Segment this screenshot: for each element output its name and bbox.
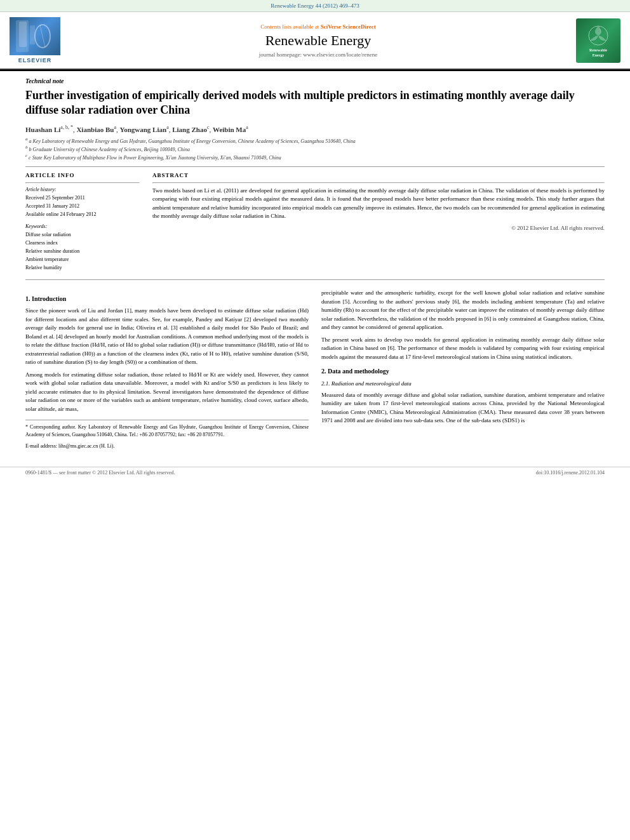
copyright-notice: © 2012 Elsevier Ltd. All rights reserved…	[152, 225, 605, 231]
doi-info: doi:10.1016/j.renene.2012.01.104	[536, 470, 605, 476]
svg-rect-1	[30, 25, 35, 44]
sciverse-text[interactable]: SciVerse ScienceDirect	[321, 23, 376, 30]
section2-paragraph: Measured data of monthly average diffuse…	[321, 391, 605, 425]
abstract-text: Two models based on Li et al. (2011) are…	[152, 187, 605, 221]
online-date: Available online 24 February 2012	[25, 211, 140, 219]
main-content: 1. Introduction Since the pioneer work o…	[25, 289, 605, 454]
intro-paragraph-1: Since the pioneer work of Liu and Jordan…	[25, 307, 309, 367]
sciverse-link[interactable]: Contents lists available at SciVerse Sci…	[70, 23, 566, 30]
right-column: precipitable water and the atmospheric t…	[321, 289, 605, 454]
abstract-panel: ABSTRACT Two models based on Li et al. (…	[152, 172, 605, 272]
journal-info-center: Contents lists available at SciVerse Sci…	[70, 17, 566, 63]
re-logo-text: RenewableEnergy	[589, 48, 607, 58]
keyword-2: Clearness index	[25, 239, 140, 248]
intro-paragraph-2: Among models for estimating diffuse sola…	[25, 371, 309, 414]
section2-heading: 2. Data and methodology	[321, 366, 605, 376]
affiliation-c: c c State Key Laboratory of Multiphase F…	[25, 153, 605, 161]
intro-paragraph-right-1: precipitable water and the atmospheric t…	[321, 289, 605, 332]
affiliations: a a Key Laboratory of Renewable Energy a…	[25, 137, 605, 161]
received-date: Received 25 September 2011	[25, 194, 140, 203]
journal-citation: Renewable Energy 44 (2012) 469–473	[0, 0, 630, 12]
elsevier-brand-text: ELSEVIER	[18, 57, 52, 63]
article-type: Technical note	[25, 77, 605, 84]
section2-subheading: 2.1. Radiation and meteorological data	[321, 380, 605, 389]
issn-info: 0960-1481/$ — see front matter © 2012 El…	[25, 470, 175, 476]
svg-line-3	[40, 25, 45, 48]
author-list: Huashan Lia, b, *, Xianbiao Bua, Yongwan…	[25, 124, 605, 133]
intro-paragraph-right-2: The present work aims to develop two mod…	[321, 336, 605, 362]
affiliation-a: a a Key Laboratory of Renewable Energy a…	[25, 137, 605, 145]
article-dates: Received 25 September 2011 Accepted 31 J…	[25, 194, 140, 218]
article-info-abstract: ARTICLE INFO Article history: Received 2…	[25, 172, 605, 272]
article-title: Further investigation of empirically der…	[25, 88, 605, 118]
svg-rect-0	[19, 22, 27, 47]
article-body: Technical note Further investigation of …	[0, 71, 630, 460]
article-info-panel: ARTICLE INFO Article history: Received 2…	[25, 172, 140, 272]
section1-heading: 1. Introduction	[25, 294, 309, 303]
keywords-label: Keywords:	[25, 223, 140, 229]
article-info-heading: ARTICLE INFO	[25, 172, 140, 178]
journal-header: ELSEVIER Contents lists available at Sci…	[0, 12, 630, 70]
article-history-label: Article history:	[25, 187, 140, 192]
accepted-date: Accepted 31 January 2012	[25, 203, 140, 211]
elsevier-logo: ELSEVIER	[6, 17, 64, 63]
keyword-4: Ambient temperature	[25, 256, 140, 264]
journal-homepage: journal homepage: www.elsevier.com/locat…	[70, 51, 566, 58]
citation-text: Renewable Energy 44 (2012) 469–473	[271, 3, 359, 9]
elsevier-logo-graphic	[10, 17, 60, 55]
corresponding-author-note: * Corresponding author. Key Laboratory o…	[25, 423, 309, 439]
journal-title: Renewable Energy	[70, 32, 566, 49]
affiliation-b: b b Graduate University of Chinese Acade…	[25, 145, 605, 153]
email-note: E-mail address: lihs@ms.giec.ac.cn (H. L…	[25, 443, 309, 450]
keywords-list: Diffuse solar radiation Clearness index …	[25, 231, 140, 272]
left-column: 1. Introduction Since the pioneer work o…	[25, 289, 309, 454]
bottom-bar: 0960-1481/$ — see front matter © 2012 El…	[0, 467, 630, 478]
keyword-1: Diffuse solar radiation	[25, 231, 140, 239]
keyword-5: Relative humidity	[25, 264, 140, 272]
re-logo-right: RenewableEnergy	[573, 17, 624, 63]
keyword-3: Relative sunshine duration	[25, 248, 140, 256]
abstract-heading: ABSTRACT	[152, 172, 605, 178]
footnotes: * Corresponding author. Key Laboratory o…	[25, 420, 309, 450]
renewable-energy-logo-box: RenewableEnergy	[576, 18, 620, 63]
